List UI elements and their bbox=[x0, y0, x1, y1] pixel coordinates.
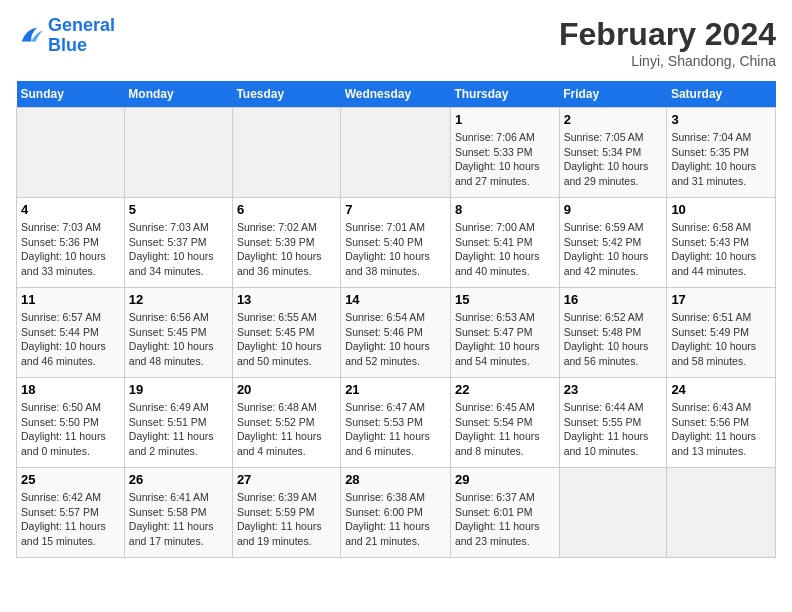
weekday-header-monday: Monday bbox=[124, 81, 232, 108]
sunset-label: Sunset: 5:57 PM bbox=[21, 506, 99, 518]
calendar-cell: 4Sunrise: 7:03 AMSunset: 5:36 PMDaylight… bbox=[17, 198, 125, 288]
day-number: 16 bbox=[564, 292, 663, 307]
weekday-header-row: SundayMondayTuesdayWednesdayThursdayFrid… bbox=[17, 81, 776, 108]
day-number: 29 bbox=[455, 472, 555, 487]
calendar-week-2: 4Sunrise: 7:03 AMSunset: 5:36 PMDaylight… bbox=[17, 198, 776, 288]
sunset-label: Sunset: 6:00 PM bbox=[345, 506, 423, 518]
day-info: Sunrise: 6:52 AMSunset: 5:48 PMDaylight:… bbox=[564, 310, 663, 369]
daylight-label: Daylight: 11 hours and 2 minutes. bbox=[129, 430, 214, 457]
sunrise-label: Sunrise: 6:45 AM bbox=[455, 401, 535, 413]
calendar-cell: 20Sunrise: 6:48 AMSunset: 5:52 PMDayligh… bbox=[232, 378, 340, 468]
daylight-label: Daylight: 10 hours and 48 minutes. bbox=[129, 340, 214, 367]
calendar-cell: 25Sunrise: 6:42 AMSunset: 5:57 PMDayligh… bbox=[17, 468, 125, 558]
sunrise-label: Sunrise: 6:52 AM bbox=[564, 311, 644, 323]
day-number: 17 bbox=[671, 292, 771, 307]
sunrise-label: Sunrise: 7:03 AM bbox=[129, 221, 209, 233]
sunrise-label: Sunrise: 6:41 AM bbox=[129, 491, 209, 503]
sunrise-label: Sunrise: 6:53 AM bbox=[455, 311, 535, 323]
day-info: Sunrise: 6:48 AMSunset: 5:52 PMDaylight:… bbox=[237, 400, 336, 459]
weekday-header-tuesday: Tuesday bbox=[232, 81, 340, 108]
day-info: Sunrise: 7:00 AMSunset: 5:41 PMDaylight:… bbox=[455, 220, 555, 279]
day-number: 28 bbox=[345, 472, 446, 487]
daylight-label: Daylight: 11 hours and 15 minutes. bbox=[21, 520, 106, 547]
sunrise-label: Sunrise: 6:51 AM bbox=[671, 311, 751, 323]
daylight-label: Daylight: 10 hours and 56 minutes. bbox=[564, 340, 649, 367]
daylight-label: Daylight: 11 hours and 21 minutes. bbox=[345, 520, 430, 547]
sunrise-label: Sunrise: 7:01 AM bbox=[345, 221, 425, 233]
calendar-cell: 21Sunrise: 6:47 AMSunset: 5:53 PMDayligh… bbox=[341, 378, 451, 468]
calendar-table: SundayMondayTuesdayWednesdayThursdayFrid… bbox=[16, 81, 776, 558]
sunset-label: Sunset: 5:42 PM bbox=[564, 236, 642, 248]
day-number: 23 bbox=[564, 382, 663, 397]
day-info: Sunrise: 7:03 AMSunset: 5:36 PMDaylight:… bbox=[21, 220, 120, 279]
day-info: Sunrise: 6:57 AMSunset: 5:44 PMDaylight:… bbox=[21, 310, 120, 369]
calendar-week-1: 1Sunrise: 7:06 AMSunset: 5:33 PMDaylight… bbox=[17, 108, 776, 198]
daylight-label: Daylight: 10 hours and 27 minutes. bbox=[455, 160, 540, 187]
sunset-label: Sunset: 5:36 PM bbox=[21, 236, 99, 248]
sunset-label: Sunset: 5:47 PM bbox=[455, 326, 533, 338]
sunrise-label: Sunrise: 6:43 AM bbox=[671, 401, 751, 413]
sunset-label: Sunset: 5:50 PM bbox=[21, 416, 99, 428]
sunrise-label: Sunrise: 6:54 AM bbox=[345, 311, 425, 323]
sunset-label: Sunset: 5:52 PM bbox=[237, 416, 315, 428]
day-number: 14 bbox=[345, 292, 446, 307]
weekday-header-sunday: Sunday bbox=[17, 81, 125, 108]
daylight-label: Daylight: 10 hours and 44 minutes. bbox=[671, 250, 756, 277]
day-info: Sunrise: 6:51 AMSunset: 5:49 PMDaylight:… bbox=[671, 310, 771, 369]
day-number: 7 bbox=[345, 202, 446, 217]
sunrise-label: Sunrise: 6:59 AM bbox=[564, 221, 644, 233]
calendar-cell: 14Sunrise: 6:54 AMSunset: 5:46 PMDayligh… bbox=[341, 288, 451, 378]
sunrise-label: Sunrise: 6:50 AM bbox=[21, 401, 101, 413]
day-number: 18 bbox=[21, 382, 120, 397]
daylight-label: Daylight: 10 hours and 38 minutes. bbox=[345, 250, 430, 277]
sunrise-label: Sunrise: 6:55 AM bbox=[237, 311, 317, 323]
day-number: 2 bbox=[564, 112, 663, 127]
sunset-label: Sunset: 5:45 PM bbox=[237, 326, 315, 338]
daylight-label: Daylight: 10 hours and 52 minutes. bbox=[345, 340, 430, 367]
title-block: February 2024 Linyi, Shandong, China bbox=[559, 16, 776, 69]
day-number: 1 bbox=[455, 112, 555, 127]
day-info: Sunrise: 7:06 AMSunset: 5:33 PMDaylight:… bbox=[455, 130, 555, 189]
day-number: 10 bbox=[671, 202, 771, 217]
calendar-cell: 5Sunrise: 7:03 AMSunset: 5:37 PMDaylight… bbox=[124, 198, 232, 288]
calendar-cell: 10Sunrise: 6:58 AMSunset: 5:43 PMDayligh… bbox=[667, 198, 776, 288]
sunset-label: Sunset: 5:41 PM bbox=[455, 236, 533, 248]
day-info: Sunrise: 6:53 AMSunset: 5:47 PMDaylight:… bbox=[455, 310, 555, 369]
sunset-label: Sunset: 6:01 PM bbox=[455, 506, 533, 518]
calendar-cell: 22Sunrise: 6:45 AMSunset: 5:54 PMDayligh… bbox=[450, 378, 559, 468]
day-number: 4 bbox=[21, 202, 120, 217]
sunrise-label: Sunrise: 6:42 AM bbox=[21, 491, 101, 503]
calendar-week-5: 25Sunrise: 6:42 AMSunset: 5:57 PMDayligh… bbox=[17, 468, 776, 558]
day-info: Sunrise: 6:37 AMSunset: 6:01 PMDaylight:… bbox=[455, 490, 555, 549]
calendar-cell: 12Sunrise: 6:56 AMSunset: 5:45 PMDayligh… bbox=[124, 288, 232, 378]
daylight-label: Daylight: 10 hours and 54 minutes. bbox=[455, 340, 540, 367]
daylight-label: Daylight: 10 hours and 40 minutes. bbox=[455, 250, 540, 277]
daylight-label: Daylight: 10 hours and 50 minutes. bbox=[237, 340, 322, 367]
calendar-cell: 11Sunrise: 6:57 AMSunset: 5:44 PMDayligh… bbox=[17, 288, 125, 378]
day-number: 13 bbox=[237, 292, 336, 307]
day-number: 6 bbox=[237, 202, 336, 217]
sunrise-label: Sunrise: 6:38 AM bbox=[345, 491, 425, 503]
day-number: 21 bbox=[345, 382, 446, 397]
day-info: Sunrise: 6:58 AMSunset: 5:43 PMDaylight:… bbox=[671, 220, 771, 279]
calendar-cell: 27Sunrise: 6:39 AMSunset: 5:59 PMDayligh… bbox=[232, 468, 340, 558]
calendar-cell: 3Sunrise: 7:04 AMSunset: 5:35 PMDaylight… bbox=[667, 108, 776, 198]
sunset-label: Sunset: 5:45 PM bbox=[129, 326, 207, 338]
day-info: Sunrise: 6:47 AMSunset: 5:53 PMDaylight:… bbox=[345, 400, 446, 459]
sunset-label: Sunset: 5:44 PM bbox=[21, 326, 99, 338]
calendar-cell: 26Sunrise: 6:41 AMSunset: 5:58 PMDayligh… bbox=[124, 468, 232, 558]
day-info: Sunrise: 6:50 AMSunset: 5:50 PMDaylight:… bbox=[21, 400, 120, 459]
calendar-cell: 28Sunrise: 6:38 AMSunset: 6:00 PMDayligh… bbox=[341, 468, 451, 558]
daylight-label: Daylight: 10 hours and 36 minutes. bbox=[237, 250, 322, 277]
logo: General Blue bbox=[16, 16, 115, 56]
calendar-cell bbox=[667, 468, 776, 558]
day-info: Sunrise: 7:05 AMSunset: 5:34 PMDaylight:… bbox=[564, 130, 663, 189]
day-info: Sunrise: 6:38 AMSunset: 6:00 PMDaylight:… bbox=[345, 490, 446, 549]
sunset-label: Sunset: 5:43 PM bbox=[671, 236, 749, 248]
sunrise-label: Sunrise: 7:00 AM bbox=[455, 221, 535, 233]
logo-text: General Blue bbox=[48, 16, 115, 56]
logo-icon bbox=[16, 22, 44, 50]
day-number: 12 bbox=[129, 292, 228, 307]
weekday-header-saturday: Saturday bbox=[667, 81, 776, 108]
day-info: Sunrise: 6:49 AMSunset: 5:51 PMDaylight:… bbox=[129, 400, 228, 459]
